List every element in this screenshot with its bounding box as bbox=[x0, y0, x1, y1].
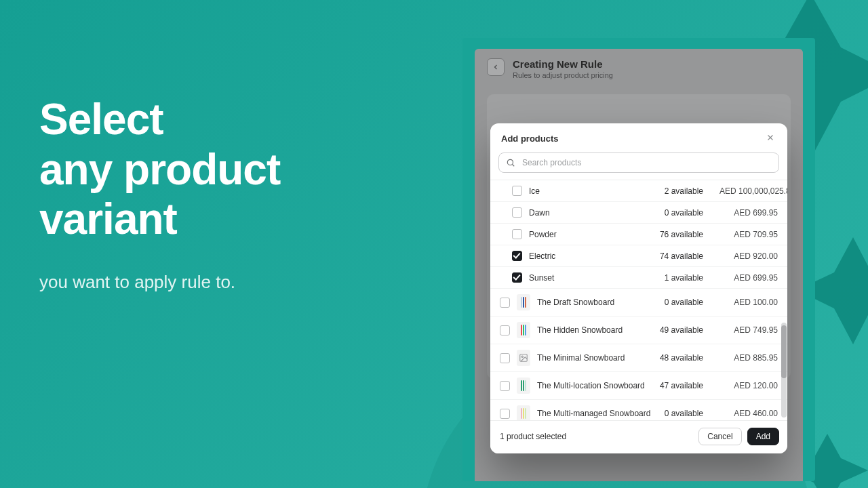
product-row[interactable]: The Draft Snowboard0 availableAED 100.00 bbox=[490, 289, 787, 317]
checkbox[interactable] bbox=[500, 353, 510, 363]
checkbox[interactable] bbox=[500, 325, 510, 336]
product-name: The Minimal Snowboard bbox=[537, 353, 653, 363]
availability: 74 available bbox=[660, 251, 703, 261]
price: AED 749.95 bbox=[719, 325, 778, 335]
price: AED 885.95 bbox=[719, 353, 778, 363]
availability: 0 available bbox=[665, 208, 703, 218]
variant-row[interactable]: Sunset1 availableAED 699.95 bbox=[490, 267, 787, 289]
product-name: The Multi-managed Snowboard bbox=[537, 409, 658, 418]
price: AED 709.95 bbox=[719, 230, 778, 239]
price: AED 100.00 bbox=[719, 298, 778, 307]
product-row[interactable]: The Multi-managed Snowboard0 availableAE… bbox=[490, 400, 787, 420]
product-thumbnail bbox=[517, 350, 530, 366]
modal-overlay: Add products I bbox=[475, 49, 803, 481]
variant-name: Ice bbox=[529, 186, 658, 196]
product-name: The Multi-location Snowboard bbox=[537, 381, 653, 390]
variant-name: Powder bbox=[529, 230, 653, 239]
variant-name: Electric bbox=[529, 251, 653, 261]
availability: 0 available bbox=[665, 298, 703, 307]
hero-headline: Select any product variant bbox=[39, 95, 280, 245]
hero-subline: you want to apply rule to. bbox=[39, 272, 280, 293]
checkbox[interactable] bbox=[500, 409, 510, 419]
search-input-wrapper[interactable] bbox=[498, 152, 779, 173]
availability: 0 available bbox=[665, 409, 703, 418]
search-input[interactable] bbox=[521, 157, 772, 168]
product-thumbnail bbox=[517, 294, 530, 310]
product-list: Ice2 availableAED 100,000,025.81Dawn0 av… bbox=[490, 180, 787, 420]
price: AED 699.95 bbox=[719, 208, 778, 218]
variant-row[interactable]: Dawn0 availableAED 699.95 bbox=[490, 202, 787, 224]
product-row[interactable]: The Hidden Snowboard49 availableAED 749.… bbox=[490, 317, 787, 344]
cancel-button[interactable]: Cancel bbox=[698, 428, 741, 445]
variant-row[interactable]: Electric74 availableAED 920.00 bbox=[490, 245, 787, 267]
add-products-modal: Add products I bbox=[490, 123, 787, 453]
product-thumbnail bbox=[517, 378, 530, 394]
modal-title: Add products bbox=[501, 134, 559, 144]
availability: 1 available bbox=[665, 273, 703, 283]
app-window: Creating New Rule Rules to adjust produc… bbox=[475, 49, 803, 481]
scrollbar-thumb[interactable] bbox=[781, 325, 787, 378]
product-thumbnail bbox=[517, 322, 530, 338]
variant-row[interactable]: Ice2 availableAED 100,000,025.81 bbox=[490, 180, 787, 202]
image-placeholder-icon bbox=[519, 353, 528, 363]
svg-point-2 bbox=[521, 356, 523, 357]
availability: 76 available bbox=[660, 230, 703, 239]
product-row[interactable]: The Multi-location Snowboard47 available… bbox=[490, 372, 787, 400]
product-name: The Hidden Snowboard bbox=[537, 325, 653, 335]
availability: 47 available bbox=[660, 381, 703, 390]
add-button[interactable]: Add bbox=[747, 428, 779, 445]
product-thumbnail bbox=[517, 405, 530, 420]
checkbox[interactable] bbox=[500, 381, 510, 391]
product-name: The Draft Snowboard bbox=[537, 298, 658, 307]
close-button[interactable] bbox=[763, 131, 778, 146]
product-row[interactable]: The Minimal Snowboard48 availableAED 885… bbox=[490, 344, 787, 372]
checkbox[interactable] bbox=[500, 298, 510, 308]
variant-name: Sunset bbox=[529, 273, 658, 283]
variant-name: Dawn bbox=[529, 208, 658, 218]
checkbox[interactable] bbox=[512, 229, 522, 239]
price: AED 699.95 bbox=[719, 273, 778, 283]
close-icon bbox=[766, 133, 775, 142]
device-frame: Creating New Rule Rules to adjust produc… bbox=[462, 38, 815, 481]
price: AED 920.00 bbox=[719, 251, 778, 261]
checkbox[interactable] bbox=[512, 251, 522, 261]
availability: 2 available bbox=[665, 186, 703, 196]
checkbox[interactable] bbox=[512, 186, 522, 196]
price: AED 460.00 bbox=[719, 409, 778, 418]
price: AED 120.00 bbox=[719, 381, 778, 390]
variant-row[interactable]: Powder76 availableAED 709.95 bbox=[490, 224, 787, 245]
availability: 49 available bbox=[660, 325, 703, 335]
price: AED 100,000,025.81 bbox=[719, 186, 778, 196]
search-icon bbox=[506, 158, 515, 167]
checkbox[interactable] bbox=[512, 207, 522, 218]
checkbox[interactable] bbox=[512, 272, 522, 283]
svg-point-0 bbox=[507, 159, 513, 165]
selection-count: 1 product selected bbox=[500, 432, 566, 441]
availability: 48 available bbox=[660, 353, 703, 363]
